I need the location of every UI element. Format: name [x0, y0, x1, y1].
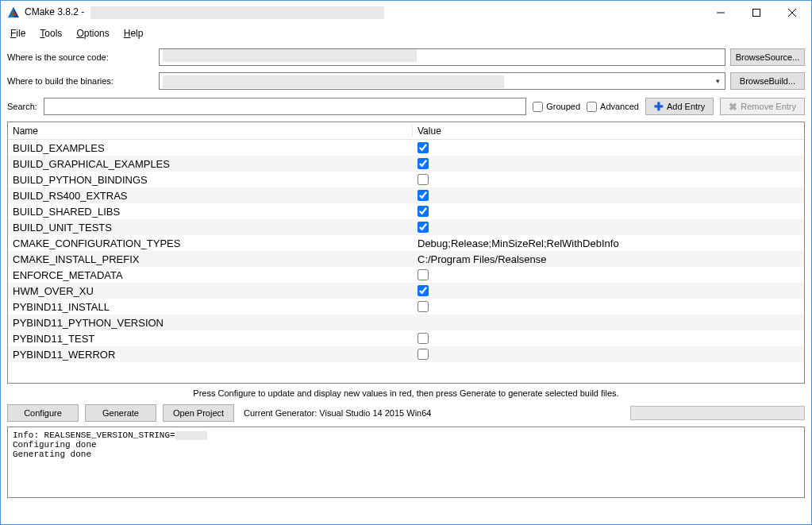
advanced-checkbox-input[interactable] — [587, 102, 597, 112]
table-header: Name Value — [8, 122, 804, 140]
table-row[interactable]: CMAKE_CONFIGURATION_TYPESDebug;Release;M… — [8, 235, 804, 251]
generator-label: Current Generator: Visual Studio 14 2015… — [244, 408, 431, 418]
close-icon — [788, 9, 796, 17]
config-table[interactable]: Name Value BUILD_EXAMPLESBUILD_GRAPHICAL… — [7, 122, 805, 384]
maximize-icon — [752, 9, 760, 17]
cell-name: PYBIND11_WERROR — [8, 349, 413, 361]
cell-value[interactable]: Debug;Release;MinSizeRel;RelWithDebInfo — [413, 237, 804, 249]
menubar: File Tools Options Help — [1, 25, 811, 42]
table-row[interactable]: BUILD_UNIT_TESTS — [8, 219, 804, 235]
svg-rect-5 — [752, 10, 760, 17]
cell-value[interactable]: C:/Program Files/Realsense — [413, 253, 804, 265]
grouped-label: Grouped — [546, 102, 580, 111]
value-checkbox[interactable] — [418, 206, 429, 217]
cell-name: BUILD_RS400_EXTRAS — [8, 190, 413, 202]
table-row[interactable]: BUILD_GRAPHICAL_EXAMPLES — [8, 156, 804, 172]
value-checkbox[interactable] — [418, 222, 429, 233]
cell-value[interactable] — [413, 174, 804, 185]
value-checkbox[interactable] — [418, 190, 429, 201]
value-checkbox[interactable] — [418, 269, 429, 280]
output-log[interactable]: Info: REALSENSE_VERSION_STRING= Configur… — [7, 427, 805, 498]
value-checkbox[interactable] — [418, 142, 429, 153]
browse-source-button[interactable]: Browse Source... — [730, 48, 805, 66]
cell-value[interactable] — [413, 269, 804, 280]
table-row[interactable]: BUILD_RS400_EXTRAS — [8, 187, 804, 203]
cell-name: CMAKE_CONFIGURATION_TYPES — [8, 237, 413, 249]
menu-help[interactable]: Help — [117, 26, 150, 41]
close-button[interactable] — [774, 1, 810, 25]
header-name[interactable]: Name — [8, 125, 413, 137]
table-row[interactable]: BUILD_PYTHON_BINDINGS — [8, 172, 804, 187]
titlebar: CMake 3.8.2 - — [1, 1, 811, 25]
cell-value[interactable] — [413, 142, 804, 153]
value-checkbox[interactable] — [418, 301, 429, 312]
cell-value[interactable] — [413, 158, 804, 169]
action-row: Configure Generate Open Project Current … — [1, 404, 811, 427]
header-value[interactable]: Value — [413, 125, 804, 137]
plus-icon: ✚ — [654, 100, 664, 113]
cell-name: ENFORCE_METADATA — [8, 269, 413, 281]
source-path-row: Where is the source code: Browse Source.… — [1, 42, 811, 66]
configure-button[interactable]: Configure — [7, 404, 79, 422]
table-row[interactable]: PYBIND11_TEST — [8, 330, 804, 346]
cell-value[interactable] — [413, 190, 804, 201]
cell-value[interactable] — [413, 222, 804, 233]
open-project-button[interactable]: Open Project — [163, 404, 234, 422]
progress-bar — [630, 406, 805, 420]
cell-name: BUILD_GRAPHICAL_EXAMPLES — [8, 158, 413, 170]
generate-button[interactable]: Generate — [85, 404, 156, 422]
table-body: BUILD_EXAMPLESBUILD_GRAPHICAL_EXAMPLESBU… — [8, 140, 804, 362]
x-icon: ✖ — [729, 101, 737, 113]
maximize-button[interactable] — [738, 1, 774, 25]
browse-build-button[interactable]: Browse Build... — [730, 72, 805, 90]
cell-name: PYBIND11_INSTALL — [8, 301, 413, 313]
hint-text: Press Configure to update and display ne… — [1, 384, 811, 404]
value-checkbox[interactable] — [418, 333, 429, 344]
add-entry-button[interactable]: ✚ Add Entry — [645, 98, 714, 115]
cell-name: CMAKE_INSTALL_PREFIX — [8, 253, 413, 265]
cell-name: BUILD_EXAMPLES — [8, 142, 413, 154]
grouped-checkbox-input[interactable] — [533, 102, 543, 112]
build-label: Where to build the binaries: — [7, 76, 154, 86]
menu-options[interactable]: Options — [70, 26, 115, 41]
value-checkbox[interactable] — [418, 174, 429, 185]
menu-tools[interactable]: Tools — [33, 26, 68, 41]
window-title: CMake 3.8.2 - — [25, 6, 384, 19]
table-row[interactable]: PYBIND11_INSTALL — [8, 299, 804, 315]
search-label: Search: — [7, 102, 37, 111]
cell-value[interactable] — [413, 206, 804, 217]
cell-value[interactable] — [413, 333, 804, 344]
value-checkbox[interactable] — [418, 349, 429, 360]
source-input[interactable] — [159, 48, 725, 66]
table-row[interactable]: BUILD_SHARED_LIBS — [8, 203, 804, 219]
cell-name: BUILD_UNIT_TESTS — [8, 222, 413, 234]
advanced-checkbox[interactable]: Advanced — [587, 102, 639, 112]
cell-name: PYBIND11_PYTHON_VERSION — [8, 317, 413, 329]
cell-name: HWM_OVER_XU — [8, 285, 413, 297]
search-row: Search: Grouped Advanced ✚ Add Entry ✖ R… — [1, 90, 811, 120]
source-label: Where is the source code: — [7, 52, 154, 62]
table-row[interactable]: CMAKE_INSTALL_PREFIXC:/Program Files/Rea… — [8, 251, 804, 267]
table-row[interactable]: PYBIND11_WERROR — [8, 346, 804, 362]
chevron-down-icon[interactable]: ▾ — [710, 73, 725, 89]
cell-value[interactable] — [413, 301, 804, 312]
grouped-checkbox[interactable]: Grouped — [533, 102, 580, 112]
cell-name: BUILD_SHARED_LIBS — [8, 206, 413, 218]
cell-name: PYBIND11_TEST — [8, 333, 413, 345]
table-row[interactable]: PYBIND11_PYTHON_VERSION — [8, 315, 804, 330]
cell-name: BUILD_PYTHON_BINDINGS — [8, 174, 413, 186]
value-checkbox[interactable] — [418, 285, 429, 296]
table-row[interactable]: BUILD_EXAMPLES — [8, 140, 804, 156]
table-row[interactable]: ENFORCE_METADATA — [8, 267, 804, 283]
value-checkbox[interactable] — [418, 158, 429, 169]
minimize-button[interactable] — [702, 1, 738, 25]
cell-value[interactable] — [413, 349, 804, 360]
remove-entry-button: ✖ Remove Entry — [720, 98, 805, 115]
table-row[interactable]: HWM_OVER_XU — [8, 283, 804, 299]
cell-value[interactable] — [413, 285, 804, 296]
build-input[interactable]: ▾ — [159, 72, 725, 90]
minimize-icon — [717, 9, 725, 17]
search-input[interactable] — [44, 98, 526, 115]
advanced-label: Advanced — [600, 102, 639, 111]
menu-file[interactable]: File — [4, 26, 32, 41]
